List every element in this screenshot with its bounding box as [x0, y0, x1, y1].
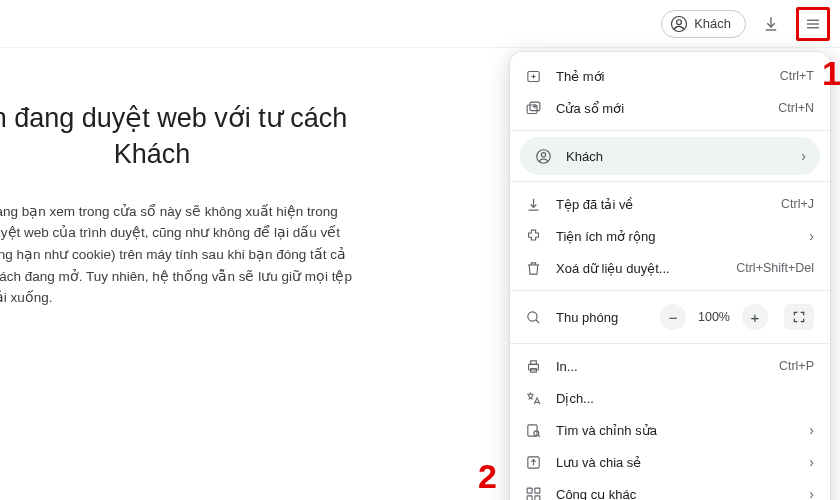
menu-separator	[510, 290, 830, 291]
downloads-button[interactable]	[754, 7, 788, 41]
fullscreen-button[interactable]	[784, 304, 814, 330]
svg-point-14	[527, 311, 536, 320]
person-icon	[670, 15, 688, 33]
menu-separator	[510, 181, 830, 182]
menu-separator	[510, 130, 830, 131]
zoom-value: 100%	[692, 310, 736, 324]
annotation-1: 1	[822, 54, 840, 93]
page-body: hững trang bạn xem trong cửa sổ này sẽ k…	[0, 201, 352, 309]
menu-downloads[interactable]: Tệp đã tải về Ctrl+J	[510, 188, 830, 220]
menu-extensions[interactable]: Tiện ích mở rộng ›	[510, 220, 830, 252]
fullscreen-icon	[792, 310, 806, 324]
svg-rect-26	[534, 495, 539, 500]
svg-rect-17	[530, 360, 536, 364]
download-icon	[762, 15, 780, 33]
main-menu-button[interactable]	[796, 7, 830, 41]
profile-chip-label: Khách	[694, 16, 731, 31]
menu-new-tab[interactable]: Thẻ mới Ctrl+T	[510, 60, 830, 92]
menu-clear-data[interactable]: Xoá dữ liệu duyệt... Ctrl+Shift+Del	[510, 252, 830, 284]
chevron-right-icon: ›	[801, 148, 806, 164]
svg-line-15	[535, 319, 538, 322]
page-title: Bạn đang duyệt web với tư cách Khách	[0, 100, 352, 173]
menu-print[interactable]: In... Ctrl+P	[510, 350, 830, 382]
hamburger-icon	[804, 15, 822, 33]
profile-chip[interactable]: Khách	[661, 10, 746, 38]
new-tab-icon	[524, 67, 542, 85]
new-window-icon	[524, 99, 542, 117]
zoom-in-button[interactable]: +	[742, 304, 768, 330]
svg-rect-24	[534, 488, 539, 493]
zoom-out-button[interactable]: −	[660, 304, 686, 330]
chevron-right-icon: ›	[809, 422, 814, 438]
trash-icon	[524, 259, 542, 277]
menu-separator	[510, 343, 830, 344]
svg-rect-23	[527, 488, 532, 493]
chevron-right-icon: ›	[809, 228, 814, 244]
save-share-icon	[524, 453, 542, 471]
chevron-right-icon: ›	[809, 454, 814, 470]
more-tools-icon	[524, 485, 542, 500]
extensions-icon	[524, 227, 542, 245]
browser-toolbar: Khách	[0, 0, 840, 48]
menu-guest-profile[interactable]: Khách ›	[520, 137, 820, 175]
menu-new-window[interactable]: Cửa sổ mới Ctrl+N	[510, 92, 830, 124]
menu-zoom: Thu phóng − 100% +	[510, 297, 830, 337]
person-icon	[534, 147, 552, 165]
svg-rect-25	[527, 495, 532, 500]
find-icon	[524, 421, 542, 439]
main-menu: Thẻ mới Ctrl+T Cửa sổ mới Ctrl+N Khách ›…	[510, 52, 830, 500]
translate-icon	[524, 389, 542, 407]
svg-line-21	[538, 435, 540, 437]
menu-save-share[interactable]: Lưu và chia sẻ ›	[510, 446, 830, 478]
guest-mode-content: Bạn đang duyệt web với tư cách Khách hữn…	[0, 100, 352, 309]
menu-translate[interactable]: Dịch...	[510, 382, 830, 414]
svg-point-1	[677, 19, 682, 24]
print-icon	[524, 357, 542, 375]
zoom-icon	[524, 308, 542, 326]
menu-find-edit[interactable]: Tìm và chỉnh sửa ›	[510, 414, 830, 446]
svg-point-13	[541, 152, 545, 156]
svg-point-20	[533, 430, 538, 435]
menu-more-tools[interactable]: Công cụ khác ›	[510, 478, 830, 500]
annotation-2: 2	[478, 457, 497, 496]
download-icon	[524, 195, 542, 213]
chevron-right-icon: ›	[809, 486, 814, 500]
